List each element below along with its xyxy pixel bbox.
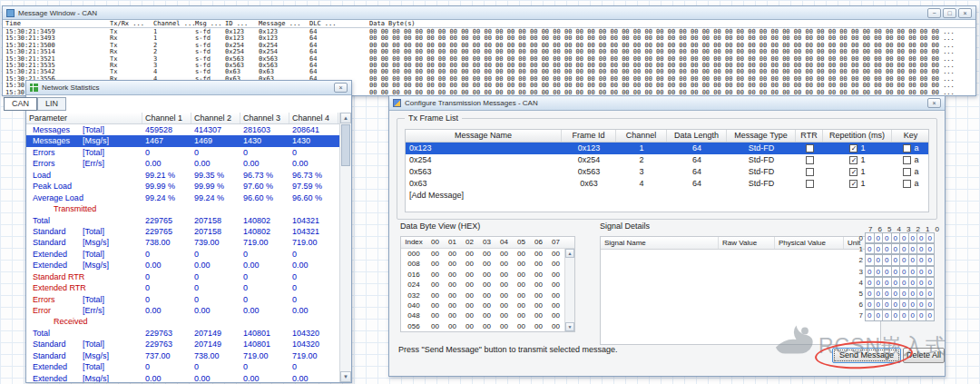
statistics-row[interactable]: Errors[Total] 0 0 0 0	[26, 294, 339, 305]
rtr-checkbox[interactable]	[806, 144, 814, 153]
statistics-row[interactable]: Extended RTR 0 0 0 0	[26, 282, 339, 293]
message-row[interactable]: 15:30:21:3493 Rx 1 s-fd 0x123 0x123 64 0…	[3, 34, 975, 41]
byte-cell[interactable]: 00	[495, 280, 513, 290]
configure-titlebar[interactable]: Configure Transmission Messages - CAN ×	[389, 96, 945, 111]
message-window-titlebar[interactable]: Message Window - CAN − □ ×	[3, 6, 975, 20]
bit-cell[interactable]: 0	[926, 243, 936, 254]
key-checkbox[interactable]	[903, 168, 911, 176]
tx-frame-table-header[interactable]: Message Name Frame Id Channel Data Lengt…	[406, 130, 928, 143]
byte-cell[interactable]: 00	[478, 321, 495, 331]
column-data-bytes[interactable]: Data Byte(s)	[369, 20, 974, 27]
column-frame-id[interactable]: Frame Id	[562, 130, 616, 142]
byte-cell[interactable]: 00	[547, 310, 564, 320]
byte-view-scrollbar[interactable]: ▲ ▼	[564, 249, 574, 331]
column-txrx[interactable]: Tx/Rx ...	[110, 20, 144, 27]
close-icon[interactable]: ×	[334, 83, 348, 93]
close-icon[interactable]: ×	[958, 8, 972, 18]
byte-cell[interactable]: 00	[513, 290, 530, 300]
tx-frame-row[interactable]: 0x123 0x123 1 64 Std-FD ✓1 a	[406, 143, 928, 154]
column-channel[interactable]: Channel ...	[153, 20, 195, 27]
byte-cell[interactable]: 00	[444, 280, 461, 290]
statistics-row[interactable]: Messages[Total] 459528 414307 281603 208…	[26, 124, 339, 135]
key-checkbox[interactable]	[903, 156, 911, 164]
byte-cell[interactable]: 00	[478, 300, 495, 310]
byte-cell[interactable]: 00	[426, 290, 444, 300]
byte-cell[interactable]: 00	[478, 310, 495, 320]
byte-cell[interactable]: 00	[513, 321, 530, 331]
byte-cell[interactable]: 00	[513, 310, 530, 320]
byte-cell[interactable]: 00	[444, 290, 461, 300]
repetition-checkbox[interactable]: ✓	[849, 144, 858, 153]
column-parameter[interactable]: Parameter	[26, 113, 142, 123]
column-channel-4[interactable]: Channel 4	[289, 113, 338, 123]
bit-cell[interactable]: 0	[926, 299, 936, 310]
byte-cell[interactable]: 00	[426, 321, 444, 331]
column-channel-3[interactable]: Channel 3	[240, 113, 289, 123]
byte-cell[interactable]: 00	[461, 300, 478, 310]
message-row[interactable]: 15:30:21:3514 Rx 2 s-fd 0x254 0x254 64 0…	[3, 48, 975, 54]
byte-cell[interactable]: 00	[547, 280, 564, 290]
scrollbar-thumb[interactable]	[341, 124, 350, 166]
column-data-length[interactable]: Data Length	[667, 130, 727, 142]
repetition-checkbox[interactable]: ✓	[849, 168, 858, 176]
statistics-row[interactable]: Peak Load 99.99 % 99.99 % 97.60 % 97.59 …	[26, 181, 339, 192]
bit-cell[interactable]: 0	[926, 232, 936, 243]
statistics-row[interactable]: Extended[Total] 0 0 0 0	[26, 249, 339, 260]
statistics-row[interactable]: Load 99.21 % 99.35 % 96.73 % 96.73 %	[26, 170, 339, 181]
byte-cell[interactable]: 00	[513, 259, 530, 269]
byte-cell[interactable]: 00	[513, 270, 530, 280]
statistics-row[interactable]: Average Load 99.24 % 99.24 % 96.60 % 96.…	[26, 192, 339, 203]
tx-frame-row[interactable]: 0x563 0x563 3 64 Std-FD ✓1 a	[406, 166, 928, 178]
repetition-checkbox[interactable]: ✓	[849, 180, 858, 188]
byte-cell[interactable]: 00	[530, 290, 547, 300]
byte-cell[interactable]: 00	[461, 259, 478, 269]
byte-cell[interactable]: 00	[461, 321, 478, 331]
byte-cell[interactable]: 00	[530, 300, 547, 310]
statistics-scrollbar[interactable]: ▲ ▼	[339, 113, 351, 382]
rtr-checkbox[interactable]	[806, 180, 814, 188]
statistics-row[interactable]: Total 229763 207149 140801 104320	[26, 328, 339, 339]
byte-cell[interactable]: 00	[530, 259, 547, 269]
bit-cell[interactable]: 0	[926, 266, 936, 277]
byte-cell[interactable]: 00	[547, 259, 564, 269]
scroll-up-icon[interactable]: ▲	[565, 249, 574, 258]
scroll-down-icon[interactable]: ▼	[565, 322, 574, 331]
byte-cell[interactable]: 00	[530, 249, 547, 259]
byte-cell[interactable]: 00	[444, 259, 461, 269]
tx-frame-row[interactable]: [Add Message]	[406, 190, 928, 202]
byte-cell[interactable]: 00	[530, 310, 547, 320]
byte-cell[interactable]: 00	[530, 280, 547, 290]
byte-cell[interactable]: 00	[547, 290, 564, 300]
column-message[interactable]: Message ...	[259, 20, 300, 27]
key-checkbox[interactable]	[903, 144, 911, 153]
statistics-row[interactable]: Transmitted	[26, 203, 339, 214]
byte-cell[interactable]: 00	[426, 259, 444, 269]
close-icon[interactable]: ×	[927, 98, 941, 108]
byte-cell[interactable]: 00	[513, 300, 530, 310]
byte-cell[interactable]: 00	[444, 249, 461, 259]
byte-cell[interactable]: 00	[426, 310, 444, 320]
byte-cell[interactable]: 00	[461, 249, 478, 259]
bus-tab[interactable]: CAN	[4, 97, 37, 111]
byte-cell[interactable]: 00	[444, 270, 461, 280]
column-channel-2[interactable]: Channel 2	[191, 113, 240, 123]
byte-cell[interactable]: 00	[495, 310, 513, 320]
byte-cell[interactable]: 00	[426, 300, 444, 310]
byte-cell[interactable]: 00	[495, 321, 513, 331]
statistics-row[interactable]: Extended[Msg/s] 0.00 0.00 0.00 0.00	[26, 260, 339, 271]
message-table-header[interactable]: Time Tx/Rx ... Channel ... Msg ... ID ..…	[3, 20, 975, 28]
message-row[interactable]: 15:30:21:3521 Tx 3 s-fd 0x563 0x563 64 0…	[3, 55, 975, 62]
column-channel-1[interactable]: Channel 1	[142, 113, 191, 123]
byte-cell[interactable]: 00	[547, 270, 564, 280]
byte-cell[interactable]: 00	[426, 280, 444, 290]
byte-cell[interactable]: 00	[478, 280, 495, 290]
restore-icon[interactable]: □	[943, 8, 956, 18]
byte-cell[interactable]: 00	[461, 270, 478, 280]
network-statistics-titlebar[interactable]: Network Statistics ×	[26, 81, 351, 95]
statistics-row[interactable]: Standard[Msg/s] 738.00 739.00 719.00 719…	[26, 237, 339, 248]
tx-frame-row[interactable]: 0x63 0x63 4 64 Std-FD ✓1 a	[406, 178, 928, 190]
byte-cell[interactable]: 00	[426, 270, 444, 280]
message-row[interactable]: 15:30:21:3459 Tx 1 s-fd 0x123 0x123 64 0…	[3, 28, 975, 34]
bus-tab[interactable]: LIN	[37, 97, 66, 111]
column-id[interactable]: ID ...	[225, 20, 248, 27]
